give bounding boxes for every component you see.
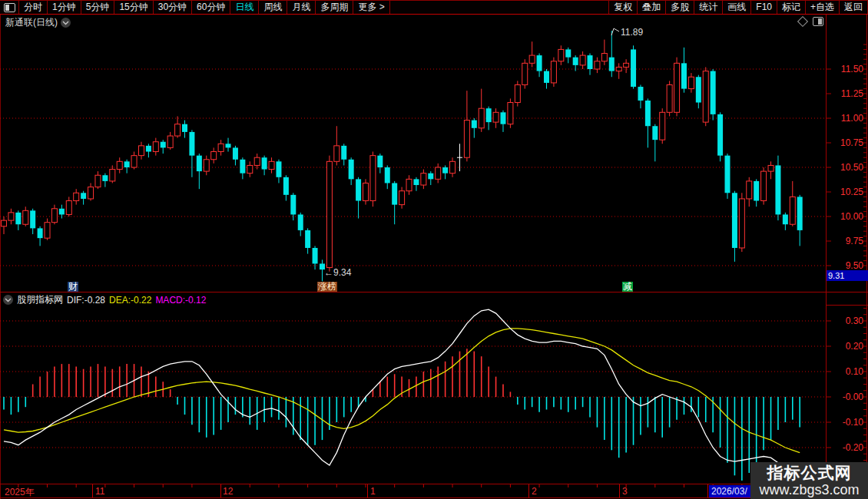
- period-tab[interactable]: 月线: [287, 1, 316, 14]
- chart-tag: 涨榜: [317, 282, 337, 292]
- indicator-name: 股朋指标网: [17, 293, 63, 306]
- axis-tick-label: 10.50: [828, 162, 863, 173]
- macd-histogram: [4, 349, 800, 481]
- time-axis-ticks: [18, 484, 800, 497]
- tool-button[interactable]: 标记: [777, 1, 806, 14]
- tool-button[interactable]: 统计: [694, 1, 723, 14]
- chart-canvas: [0, 0, 868, 499]
- axis-tick-label: 0.20: [828, 341, 863, 352]
- axis-tick-label: 0.10: [828, 366, 863, 377]
- period-tab[interactable]: 1分钟: [48, 1, 81, 14]
- top-toolbar: 分时1分钟5分钟15分钟30分钟60分钟日线周线月线多周期更多 > 复权叠加多股…: [0, 0, 868, 15]
- candlesticks: [2, 31, 803, 281]
- dif-value: DIF:-0.28: [67, 295, 105, 306]
- axis-tick-label: 11.25: [828, 88, 863, 99]
- tool-button[interactable]: 返回: [840, 1, 868, 14]
- watermark: 指标公式网 www.zbgs3.com: [750, 462, 868, 499]
- chart-tag: 财: [68, 282, 78, 292]
- axis-tick-label: -0.00: [828, 392, 863, 402]
- period-tab[interactable]: 多周期: [316, 1, 353, 14]
- time-axis-label: 2: [532, 486, 537, 497]
- high-price-annotation: 11.89: [621, 27, 643, 38]
- period-tab[interactable]: 15分钟: [114, 1, 153, 14]
- indicator-header: 股朋指标网 DIF:-0.28 DEA:-0.22 MACD:-0.12: [3, 293, 206, 306]
- watermark-title: 指标公式网: [767, 464, 852, 482]
- tool-button[interactable]: 复权: [608, 1, 638, 14]
- chart-title-row: 新通联(日线): [5, 16, 71, 29]
- period-tab[interactable]: 5分钟: [81, 1, 115, 14]
- period-tabs: 分时1分钟5分钟15分钟30分钟60分钟日线周线月线多周期更多 >: [19, 1, 390, 14]
- tool-button[interactable]: 多股: [666, 1, 694, 14]
- axis-tick-label: -0.10: [828, 417, 863, 428]
- watermark-url: www.zbgs3.com: [759, 482, 859, 497]
- time-axis-label: 1: [370, 486, 376, 497]
- axis-tick-label: 10.25: [828, 187, 863, 197]
- period-tab[interactable]: 30分钟: [154, 1, 192, 14]
- last-price-badge: 9.31: [827, 270, 868, 281]
- time-axis-label: 3: [622, 486, 628, 497]
- time-axis-year: 2025年: [5, 486, 35, 499]
- time-axis-label: 11: [95, 486, 104, 497]
- axis-tick-label: 0.30: [828, 316, 863, 326]
- period-tab[interactable]: 60分钟: [192, 1, 230, 14]
- tool-button[interactable]: 叠加: [638, 1, 666, 14]
- chevron-down-icon[interactable]: [61, 18, 71, 28]
- axis-tick-label: 9.75: [828, 236, 863, 246]
- tool-buttons: 复权叠加多股统计画线F10标记+自选返回: [608, 1, 868, 14]
- diamond-icon[interactable]: [797, 16, 808, 27]
- tool-button[interactable]: F10: [751, 1, 777, 14]
- axis-tick-label: -0.20: [828, 442, 863, 453]
- panel-toggle-button[interactable]: [0, 1, 19, 14]
- axis-tick-label: 11.50: [828, 64, 863, 74]
- split-view-icon[interactable]: [813, 17, 823, 26]
- low-price-annotation: ←9.34: [324, 267, 351, 278]
- axis-tick-label: 10.00: [828, 211, 863, 222]
- tool-button[interactable]: 画线: [723, 1, 751, 14]
- time-axis-label: 12: [223, 486, 233, 497]
- macd-value: MACD:-0.12: [155, 295, 206, 306]
- period-tab[interactable]: 日线: [230, 1, 259, 14]
- period-tab[interactable]: 分时: [19, 1, 48, 14]
- axis-tick-label: 11.00: [828, 113, 863, 124]
- chart-tag: 减: [622, 282, 633, 292]
- trading-app-window: 分时1分钟5分钟15分钟30分钟60分钟日线周线月线多周期更多 > 复权叠加多股…: [0, 0, 868, 499]
- chart-corner-icons: [799, 17, 823, 26]
- stock-title: 新通联(日线): [5, 16, 58, 29]
- high-marker: [611, 28, 619, 35]
- chevron-down-icon[interactable]: [3, 295, 13, 305]
- period-tab[interactable]: 更多 >: [353, 1, 389, 14]
- dea-value: DEA:-0.22: [109, 295, 151, 306]
- tool-button[interactable]: +自选: [806, 1, 840, 14]
- gridlines: [0, 69, 826, 448]
- panel-toggle-icon: [4, 3, 15, 12]
- axis-tick-label: 9.50: [828, 260, 863, 271]
- frame-lines: [0, 0, 868, 499]
- period-tab[interactable]: 周线: [259, 1, 287, 14]
- axis-tick-label: 10.75: [828, 137, 863, 148]
